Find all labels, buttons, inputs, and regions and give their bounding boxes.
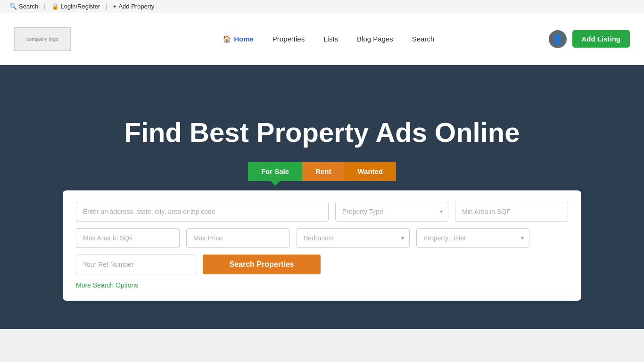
nav-search[interactable]: Search [412, 35, 435, 43]
nav-home[interactable]: 🏠 Home [223, 35, 254, 43]
max-area-input[interactable] [76, 228, 180, 248]
property-tabs: For Sale Rent Wanted [248, 162, 396, 181]
search-row-1: Property Type House Apartment Villa Offi… [76, 202, 568, 222]
topbar-login-link[interactable]: 🔒 Login/Register [51, 3, 100, 10]
max-price-input[interactable] [186, 228, 290, 248]
bedrooms-wrapper: Bedrooms 1 2 3 4 5+ ▾ [297, 228, 410, 248]
user-icon: 👤 [553, 34, 563, 44]
property-type-select[interactable]: Property Type House Apartment Villa Offi… [335, 202, 448, 222]
search-box: Property Type House Apartment Villa Offi… [63, 190, 581, 301]
tab-rent[interactable]: Rent [302, 162, 344, 181]
home-icon: 🏠 [223, 35, 231, 43]
topbar-login-label: Login/Register [61, 3, 100, 10]
search-properties-button[interactable]: Search Properties [203, 255, 321, 274]
property-type-wrapper: Property Type House Apartment Villa Offi… [335, 202, 448, 222]
nav-lists[interactable]: Lists [323, 35, 338, 43]
topbar-add-property-link[interactable]: + Add Property [113, 3, 154, 10]
tab-wanted[interactable]: Wanted [344, 162, 396, 181]
search-icon: 🔍 [9, 3, 17, 10]
tab-for-sale[interactable]: For Sale [248, 162, 302, 181]
topbar-sep2: | [106, 3, 107, 10]
nav-properties[interactable]: Properties [272, 35, 305, 43]
company-logo: company logo [14, 27, 71, 51]
more-search-options-link[interactable]: More Search Options [76, 281, 138, 289]
plus-icon: + [113, 3, 117, 10]
topbar-sep1: | [44, 3, 45, 10]
header-actions: 👤 Add Listing [549, 30, 630, 48]
search-row-2: Bedrooms 1 2 3 4 5+ ▾ Property Lister Ag… [76, 228, 568, 248]
add-listing-button[interactable]: Add Listing [572, 30, 630, 48]
ref-number-input[interactable] [76, 255, 196, 274]
hero-section: Find Best Property Ads Online For Sale R… [0, 65, 644, 329]
main-nav: 🏠 Home Properties Lists Blog Pages Searc… [108, 35, 549, 43]
topbar-search-link[interactable]: 🔍 Search [9, 3, 38, 10]
topbar-add-property-label: Add Property [118, 3, 154, 10]
search-row-3: Search Properties [76, 255, 568, 274]
more-options-row: More Search Options [76, 281, 568, 289]
nav-blog-pages[interactable]: Blog Pages [357, 35, 393, 43]
hero-title: Find Best Property Ads Online [124, 117, 520, 148]
min-area-input[interactable] [455, 202, 568, 222]
user-icon-button[interactable]: 👤 [549, 30, 567, 48]
bedrooms-select[interactable]: Bedrooms 1 2 3 4 5+ [297, 228, 410, 248]
lock-icon: 🔒 [51, 3, 59, 10]
header: company logo 🏠 Home Properties Lists Blo… [0, 13, 644, 65]
property-lister-wrapper: Property Lister Agent Owner Developer ▾ [416, 228, 529, 248]
property-lister-select[interactable]: Property Lister Agent Owner Developer [416, 228, 529, 248]
topbar: 🔍 Search | 🔒 Login/Register | + Add Prop… [0, 0, 644, 13]
logo-area: company logo [14, 27, 108, 51]
address-input[interactable] [76, 202, 329, 222]
topbar-search-label: Search [19, 3, 38, 10]
